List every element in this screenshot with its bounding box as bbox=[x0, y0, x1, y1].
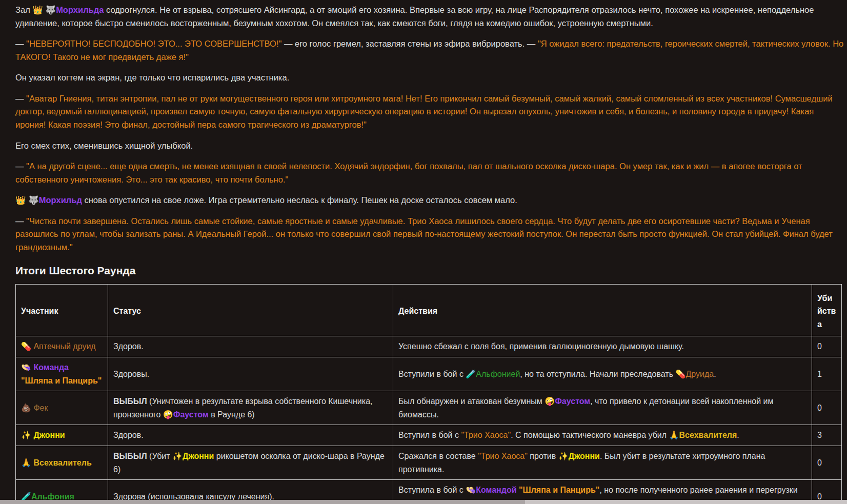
participant-cell: 👒 Команда "Шляпа и Панцирь" bbox=[16, 357, 108, 391]
text-segment: Фаустом bbox=[555, 397, 590, 406]
text-segment: Фек bbox=[33, 404, 48, 412]
text-segment: "Шляпа и Панцирь" bbox=[517, 486, 600, 494]
story-paragraph: 👑 🐺Морхильд снова опустился на свое ложе… bbox=[15, 194, 845, 207]
sparkles-emoji: ✨ bbox=[21, 431, 33, 439]
column-header: Убийства bbox=[812, 284, 842, 336]
narrative: Зал 👑 🐺Морхильда содрогнулся. Не от взры… bbox=[15, 4, 845, 254]
text-segment: Был обнаружен и атакован безумным bbox=[398, 397, 544, 406]
pill-emoji: 💊 bbox=[675, 370, 685, 378]
text-segment: . bbox=[737, 431, 739, 439]
zany-face-emoji: 🤪 bbox=[163, 410, 173, 419]
text-segment: Здоровы. bbox=[113, 370, 149, 378]
actions-cell: Был обнаружен и атакован безумным 🤪Фауст… bbox=[393, 391, 812, 425]
kills-cell: 3 bbox=[812, 425, 842, 446]
hat-emoji: 👒 bbox=[466, 486, 476, 494]
status-cell: ВЫБЫЛ (Убит ✨Джонни рикошетом осколка от… bbox=[108, 446, 393, 479]
text-segment: Фаустом bbox=[173, 410, 209, 419]
zany-face-emoji: 🤪 bbox=[544, 397, 555, 406]
status-cell: Здоров. bbox=[108, 425, 393, 446]
actions-cell: Успешно сбежал с поля боя, применив галл… bbox=[393, 336, 812, 357]
story-paragraph: — "Чистка почти завершена. Остались лишь… bbox=[15, 215, 845, 254]
text-segment: снова опустился на свое ложе. Игра стрем… bbox=[82, 195, 517, 205]
participant-cell: 🙏 Всехвалитель bbox=[16, 446, 108, 479]
text-segment: "Аватар Гниения, титан энтропии, пал не … bbox=[15, 94, 833, 129]
kills-cell: 1 bbox=[812, 357, 842, 391]
text-segment: "Трио Хаоса" bbox=[461, 431, 511, 439]
column-header: Действия bbox=[393, 284, 812, 336]
text-segment: Джонни bbox=[569, 452, 600, 460]
column-header: Статус bbox=[108, 284, 393, 336]
pill-emoji: 💊 bbox=[21, 342, 33, 351]
table-row: 👒 Команда "Шляпа и Панцирь"Здоровы.Вступ… bbox=[16, 357, 842, 391]
text-segment: Вступила в бой с bbox=[398, 486, 466, 494]
text-segment: Он указал когтем на экран, где только чт… bbox=[15, 73, 289, 82]
text-segment: Командой bbox=[476, 486, 516, 494]
table-row: 🙏 ВсехвалительВЫБЫЛ (Убит ✨Джонни рикоше… bbox=[16, 446, 842, 479]
text-segment: Сражался в составе bbox=[398, 452, 478, 460]
sparkles-emoji: ✨ bbox=[558, 452, 569, 460]
text-segment: ВЫБЫЛ bbox=[113, 452, 147, 460]
text-segment: ВЫБЫЛ bbox=[113, 397, 147, 406]
text-segment: , но та отступила. Начали преследовать bbox=[520, 370, 675, 378]
story-paragraph: — "Аватар Гниения, титан энтропии, пал н… bbox=[15, 92, 845, 132]
table-row: 💩 ФекВЫБЫЛ (Уничтожен в результате взрыв… bbox=[16, 391, 842, 425]
text-segment: Здоров. bbox=[113, 342, 144, 351]
text-segment: — bbox=[15, 94, 26, 103]
text-segment: Всехвалитель bbox=[33, 458, 91, 467]
hat-emoji: 👒 bbox=[21, 363, 33, 372]
text-segment: — bbox=[15, 39, 26, 48]
wolf-emoji: 🐺 bbox=[28, 195, 39, 205]
table-header-row: УчастникСтатусДействияУбийства bbox=[16, 284, 842, 336]
text-segment: против bbox=[528, 452, 558, 460]
test-tube-emoji: 🧪 bbox=[466, 370, 476, 378]
participant-cell: 💩 Фек bbox=[16, 391, 108, 425]
text-segment: Всехвалителя bbox=[679, 431, 737, 439]
text-segment: . bbox=[714, 370, 716, 378]
text-segment: Вступили в бой с bbox=[398, 370, 466, 378]
folded-hands-emoji: 🙏 bbox=[21, 458, 33, 467]
wolf-emoji: 🐺 bbox=[46, 5, 56, 14]
page: Зал 👑 🐺Морхильда содрогнулся. Не от взры… bbox=[0, 0, 847, 504]
table-row: ✨ ДжонниЗдоров.Вступил в бой с "Трио Хао… bbox=[16, 425, 842, 446]
story-paragraph: Зал 👑 🐺Морхильда содрогнулся. Не от взры… bbox=[15, 4, 845, 30]
status-cell: Здоров. bbox=[108, 336, 393, 357]
text-segment: Успешно сбежал с поля боя, применив галл… bbox=[398, 342, 684, 351]
kills-cell: 0 bbox=[812, 336, 842, 357]
text-segment: содрогнулся. Не от взрыва, сотрясшего Ай… bbox=[15, 5, 814, 28]
text-segment: в Раунде 6) bbox=[209, 410, 255, 419]
text-segment: "А на другой сцене... еще одна смерть, н… bbox=[15, 162, 802, 184]
actions-cell: Вступил в бой с "Трио Хаоса". С помощью … bbox=[393, 425, 812, 446]
text-segment: Морхильда bbox=[56, 5, 104, 14]
text-segment: Здоров. bbox=[113, 431, 144, 439]
status-cell: Здоровы. bbox=[108, 357, 393, 391]
text-segment: Джонни bbox=[183, 452, 214, 460]
text-segment: Морхильд bbox=[39, 195, 82, 205]
text-segment: Команда bbox=[33, 363, 69, 372]
text-segment: . С помощью тактического маневра убил bbox=[511, 431, 669, 439]
text-segment: "Шляпа и Панцирь" bbox=[21, 376, 102, 385]
text-segment: Джонни bbox=[33, 431, 65, 439]
story-paragraph: — "А на другой сцене... еще одна смерть,… bbox=[15, 160, 845, 186]
poop-emoji: 💩 bbox=[21, 404, 33, 412]
text-segment: Его смех стих, сменившись хищной улыбкой… bbox=[15, 141, 193, 150]
text-segment: "НЕВЕРОЯТНО! БЕСПОДОБНО! ЭТО... ЭТО СОВЕ… bbox=[26, 39, 281, 48]
horizontal-scrollbar[interactable] bbox=[0, 500, 847, 504]
participant-cell: ✨ Джонни bbox=[16, 425, 108, 446]
actions-cell: Сражался в составе "Трио Хаоса" против ✨… bbox=[393, 446, 812, 479]
text-segment: Аптечный друид bbox=[33, 342, 95, 351]
story-paragraph: Его смех стих, сменившись хищной улыбкой… bbox=[15, 139, 845, 153]
status-cell: ВЫБЫЛ (Уничтожен в результате взрыва соб… bbox=[108, 391, 393, 425]
text-segment: "Трио Хаоса" bbox=[478, 452, 528, 460]
text-segment: "Чистка почти завершена. Остались лишь с… bbox=[15, 216, 833, 252]
section-heading: Итоги Шестого Раунда bbox=[15, 264, 845, 277]
text-segment: Друида bbox=[685, 370, 714, 378]
story-paragraph: — "НЕВЕРОЯТНО! БЕСПОДОБНО! ЭТО... ЭТО СО… bbox=[15, 37, 845, 64]
text-segment: — его голос гремел, заставляя стены из э… bbox=[281, 39, 538, 48]
column-header: Участник bbox=[16, 284, 108, 336]
text-segment: Вступил в бой с bbox=[398, 431, 461, 439]
text-segment: — bbox=[15, 162, 26, 171]
horizontal-scrollbar-thumb[interactable] bbox=[0, 500, 525, 504]
table-row: 💊 Аптечный друидЗдоров.Успешно сбежал с … bbox=[16, 336, 842, 357]
folded-hands-emoji: 🙏 bbox=[669, 431, 679, 439]
text-segment: Зал bbox=[15, 5, 32, 14]
